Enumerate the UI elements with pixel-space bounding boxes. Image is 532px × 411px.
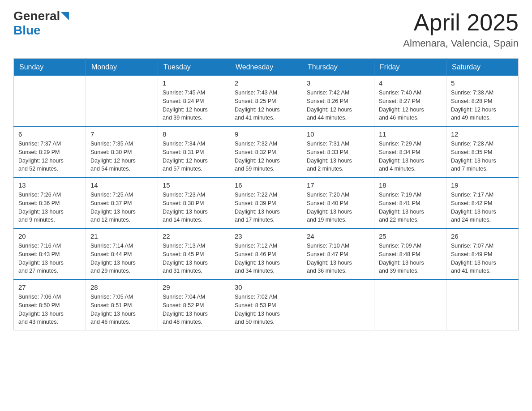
calendar-cell: 2Sunrise: 7:43 AM Sunset: 8:25 PM Daylig… (230, 76, 302, 126)
day-number: 17 (307, 181, 369, 189)
day-number: 25 (379, 232, 442, 240)
day-info: Sunrise: 7:12 AM Sunset: 8:46 PM Dayligh… (235, 242, 297, 275)
day-number: 14 (90, 181, 153, 189)
day-number: 7 (90, 130, 153, 138)
calendar-week-row: 6Sunrise: 7:37 AM Sunset: 8:29 PM Daylig… (14, 126, 519, 177)
day-info: Sunrise: 7:42 AM Sunset: 8:26 PM Dayligh… (307, 89, 369, 122)
day-info: Sunrise: 7:43 AM Sunset: 8:25 PM Dayligh… (235, 89, 297, 122)
day-number: 8 (163, 130, 225, 138)
weekday-header-wednesday: Wednesday (230, 59, 302, 76)
day-info: Sunrise: 7:26 AM Sunset: 8:36 PM Dayligh… (18, 191, 81, 224)
day-number: 27 (18, 283, 81, 291)
calendar-cell: 17Sunrise: 7:20 AM Sunset: 8:40 PM Dayli… (302, 177, 374, 228)
day-info: Sunrise: 7:29 AM Sunset: 8:34 PM Dayligh… (379, 140, 442, 173)
day-info: Sunrise: 7:10 AM Sunset: 8:47 PM Dayligh… (307, 242, 369, 275)
calendar-cell: 13Sunrise: 7:26 AM Sunset: 8:36 PM Dayli… (14, 177, 86, 228)
calendar-cell: 19Sunrise: 7:17 AM Sunset: 8:42 PM Dayli… (446, 177, 519, 228)
logo-blue-text: Blue (13, 23, 41, 37)
day-number: 22 (163, 232, 225, 240)
calendar-cell: 7Sunrise: 7:35 AM Sunset: 8:30 PM Daylig… (86, 126, 158, 177)
weekday-header-friday: Friday (374, 59, 446, 76)
day-info: Sunrise: 7:07 AM Sunset: 8:49 PM Dayligh… (451, 242, 514, 275)
weekday-header-row: SundayMondayTuesdayWednesdayThursdayFrid… (14, 59, 519, 76)
location-title: Almenara, Valencia, Spain (403, 38, 519, 49)
svg-marker-0 (61, 12, 69, 20)
calendar-cell: 4Sunrise: 7:40 AM Sunset: 8:27 PM Daylig… (374, 76, 446, 126)
calendar-cell: 29Sunrise: 7:04 AM Sunset: 8:52 PM Dayli… (158, 279, 230, 330)
day-info: Sunrise: 7:34 AM Sunset: 8:31 PM Dayligh… (163, 140, 225, 173)
day-info: Sunrise: 7:38 AM Sunset: 8:28 PM Dayligh… (451, 89, 514, 122)
day-number: 20 (18, 232, 81, 240)
calendar-cell: 5Sunrise: 7:38 AM Sunset: 8:28 PM Daylig… (446, 76, 519, 126)
day-number: 5 (451, 79, 514, 87)
logo: General Blue (13, 9, 69, 38)
calendar-cell (86, 76, 158, 126)
logo-general-text: General (13, 9, 60, 23)
calendar-cell: 27Sunrise: 7:06 AM Sunset: 8:50 PM Dayli… (14, 279, 86, 330)
calendar-cell: 23Sunrise: 7:12 AM Sunset: 8:46 PM Dayli… (230, 228, 302, 279)
day-number: 2 (235, 79, 297, 87)
calendar-cell: 16Sunrise: 7:22 AM Sunset: 8:39 PM Dayli… (230, 177, 302, 228)
calendar-cell: 22Sunrise: 7:13 AM Sunset: 8:45 PM Dayli… (158, 228, 230, 279)
day-info: Sunrise: 7:02 AM Sunset: 8:53 PM Dayligh… (235, 293, 297, 326)
calendar-week-row: 20Sunrise: 7:16 AM Sunset: 8:43 PM Dayli… (14, 228, 519, 279)
day-number: 3 (307, 79, 369, 87)
title-section: April 2025 Almenara, Valencia, Spain (403, 9, 519, 49)
day-info: Sunrise: 7:35 AM Sunset: 8:30 PM Dayligh… (90, 140, 153, 173)
calendar-cell: 24Sunrise: 7:10 AM Sunset: 8:47 PM Dayli… (302, 228, 374, 279)
day-info: Sunrise: 7:04 AM Sunset: 8:52 PM Dayligh… (163, 293, 225, 326)
day-info: Sunrise: 7:28 AM Sunset: 8:35 PM Dayligh… (451, 140, 514, 173)
day-number: 23 (235, 232, 297, 240)
calendar-cell: 21Sunrise: 7:14 AM Sunset: 8:44 PM Dayli… (86, 228, 158, 279)
logo-triangle-icon (61, 12, 69, 20)
calendar-cell: 30Sunrise: 7:02 AM Sunset: 8:53 PM Dayli… (230, 279, 302, 330)
day-info: Sunrise: 7:06 AM Sunset: 8:50 PM Dayligh… (18, 293, 81, 326)
weekday-header-saturday: Saturday (446, 59, 519, 76)
calendar-week-row: 13Sunrise: 7:26 AM Sunset: 8:36 PM Dayli… (14, 177, 519, 228)
day-number: 19 (451, 181, 514, 189)
day-info: Sunrise: 7:13 AM Sunset: 8:45 PM Dayligh… (163, 242, 225, 275)
calendar-cell: 3Sunrise: 7:42 AM Sunset: 8:26 PM Daylig… (302, 76, 374, 126)
day-number: 16 (235, 181, 297, 189)
day-info: Sunrise: 7:31 AM Sunset: 8:33 PM Dayligh… (307, 140, 369, 173)
day-info: Sunrise: 7:22 AM Sunset: 8:39 PM Dayligh… (235, 191, 297, 224)
calendar-cell: 20Sunrise: 7:16 AM Sunset: 8:43 PM Dayli… (14, 228, 86, 279)
day-number: 13 (18, 181, 81, 189)
calendar-cell: 10Sunrise: 7:31 AM Sunset: 8:33 PM Dayli… (302, 126, 374, 177)
day-number: 29 (163, 283, 225, 291)
day-info: Sunrise: 7:32 AM Sunset: 8:32 PM Dayligh… (235, 140, 297, 173)
weekday-header-tuesday: Tuesday (158, 59, 230, 76)
calendar-cell: 8Sunrise: 7:34 AM Sunset: 8:31 PM Daylig… (158, 126, 230, 177)
day-number: 26 (451, 232, 514, 240)
day-info: Sunrise: 7:23 AM Sunset: 8:38 PM Dayligh… (163, 191, 225, 224)
calendar-week-row: 27Sunrise: 7:06 AM Sunset: 8:50 PM Dayli… (14, 279, 519, 330)
calendar-table: SundayMondayTuesdayWednesdayThursdayFrid… (13, 58, 519, 330)
calendar-cell: 9Sunrise: 7:32 AM Sunset: 8:32 PM Daylig… (230, 126, 302, 177)
day-info: Sunrise: 7:05 AM Sunset: 8:51 PM Dayligh… (90, 293, 153, 326)
day-number: 28 (90, 283, 153, 291)
calendar-cell: 28Sunrise: 7:05 AM Sunset: 8:51 PM Dayli… (86, 279, 158, 330)
day-number: 10 (307, 130, 369, 138)
calendar-cell (14, 76, 86, 126)
calendar-cell: 25Sunrise: 7:09 AM Sunset: 8:48 PM Dayli… (374, 228, 446, 279)
calendar-cell: 1Sunrise: 7:45 AM Sunset: 8:24 PM Daylig… (158, 76, 230, 126)
day-number: 30 (235, 283, 297, 291)
day-number: 6 (18, 130, 81, 138)
day-number: 4 (379, 79, 442, 87)
day-number: 21 (90, 232, 153, 240)
day-info: Sunrise: 7:09 AM Sunset: 8:48 PM Dayligh… (379, 242, 442, 275)
day-number: 9 (235, 130, 297, 138)
calendar-cell (302, 279, 374, 330)
day-info: Sunrise: 7:20 AM Sunset: 8:40 PM Dayligh… (307, 191, 369, 224)
calendar-cell: 18Sunrise: 7:19 AM Sunset: 8:41 PM Dayli… (374, 177, 446, 228)
calendar-cell: 15Sunrise: 7:23 AM Sunset: 8:38 PM Dayli… (158, 177, 230, 228)
day-number: 1 (163, 79, 225, 87)
day-info: Sunrise: 7:45 AM Sunset: 8:24 PM Dayligh… (163, 89, 225, 122)
day-info: Sunrise: 7:25 AM Sunset: 8:37 PM Dayligh… (90, 191, 153, 224)
calendar-cell: 11Sunrise: 7:29 AM Sunset: 8:34 PM Dayli… (374, 126, 446, 177)
day-info: Sunrise: 7:37 AM Sunset: 8:29 PM Dayligh… (18, 140, 81, 173)
calendar-cell: 12Sunrise: 7:28 AM Sunset: 8:35 PM Dayli… (446, 126, 519, 177)
calendar-week-row: 1Sunrise: 7:45 AM Sunset: 8:24 PM Daylig… (14, 76, 519, 126)
day-number: 15 (163, 181, 225, 189)
day-info: Sunrise: 7:40 AM Sunset: 8:27 PM Dayligh… (379, 89, 442, 122)
